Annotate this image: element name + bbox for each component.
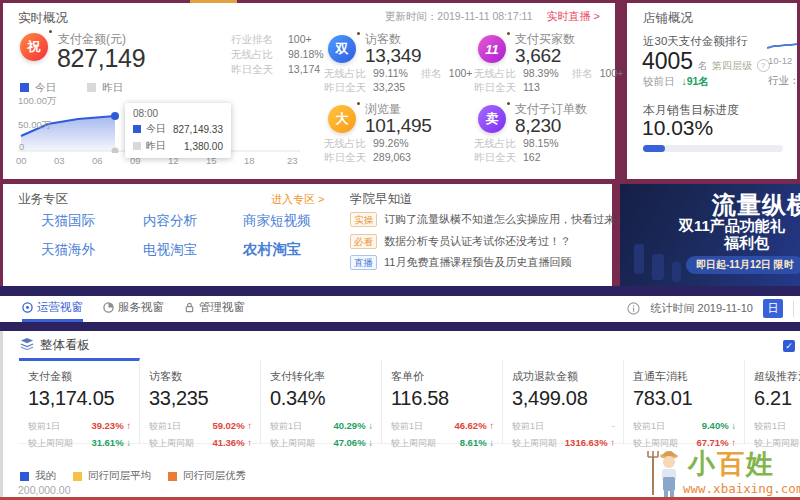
delta-value: 8.61% ↓ (460, 437, 494, 450)
card-title: 成功退款金额 (512, 369, 615, 384)
watermark-char: 姓 (746, 449, 775, 479)
tab-service-view[interactable]: 服务视窗 (103, 296, 164, 319)
today-swatch-icon (20, 83, 29, 92)
x-tick: 06 (92, 155, 103, 166)
academy-item-text: 数据分析专员认证考试你还没考过！？ (384, 234, 571, 249)
live-broadcast-link[interactable]: 实时直播 > (547, 9, 600, 24)
peer-excellent-swatch-icon (168, 472, 177, 481)
card-refund-amount[interactable]: 成功退款金额 3,499.08 较前1日- 较上周同期1316.63% ↑ (503, 358, 624, 444)
page-views-icon: 大 (328, 105, 356, 133)
lock-icon (184, 302, 195, 313)
delta-value: 46.62% ↑ (454, 420, 494, 433)
goal-value: 10.03% (642, 116, 713, 140)
card-pay-amount[interactable]: 支付金额 13,174.05 较前1日39.23% ↑ 较上周同期31.61% … (19, 358, 140, 444)
card-zhitongche-spend[interactable]: 直通车消耗 783.01 较前1日9.40% ↓ 较上周同期67.71% ↑ (624, 358, 745, 444)
pay-buyers-icon: 11 (478, 35, 506, 63)
stat-value: 33,235 (373, 81, 405, 95)
x-tick: 23 (287, 155, 298, 166)
card-avg-order-value[interactable]: 客单价 116.58 较前1日46.62% ↑ 较上周同期8.61% ↓ (382, 358, 503, 444)
legend-label: 同行同层优秀 (183, 469, 246, 483)
delta-label: 较前1日 (149, 420, 181, 433)
promo-banner[interactable]: 流量纵横 双11产品功能礼 福利包 即日起-11月12日 限时 (620, 184, 800, 286)
banner-subtitle2: 福利包 (724, 234, 769, 253)
delta-label: 较前1日 (754, 420, 786, 433)
goal-progress-bar (643, 145, 783, 152)
legend-yesterday-label: 昨日 (102, 81, 123, 93)
delta-label: 较上周同期 (28, 437, 73, 450)
delta-value: 31.61% ↓ (91, 437, 131, 450)
legend-peer-average[interactable]: 同行同层平均 (73, 469, 151, 483)
stat-row: 昨日全天 162 (474, 151, 541, 165)
legend-label: 同行同层平均 (88, 469, 151, 483)
badge-dot-icon (357, 32, 360, 35)
stat-value: 98.15% (523, 137, 559, 151)
card-visitors[interactable]: 访客数 33,235 较前1日59.02% ↑ 较上周同期41.36% ↑ (140, 358, 261, 444)
stat-row: 昨日全天 289,063 (324, 151, 411, 165)
stat-row: 昨日全天 113 (474, 81, 540, 95)
enter-zone-link[interactable]: 进入专区 > (271, 192, 324, 207)
stat-key: 昨日全天 (474, 151, 516, 165)
link-merchant-video[interactable]: 商家短视频 (243, 212, 311, 230)
tooltip-row: 昨日 1,380.00 (133, 139, 223, 153)
link-content-analysis[interactable]: 内容分析 (143, 212, 197, 230)
tab-operations-view[interactable]: 运营视窗 (22, 296, 83, 322)
stat-key: 排名 (421, 67, 442, 81)
stat-key: 无线占比 (324, 137, 366, 151)
board-legend: 我的 同行同层平均 同行同层优秀 (20, 469, 246, 483)
academy-item[interactable]: 实操 订购了流量纵横不知道怎么实操应用，快看过来！ (350, 212, 620, 227)
banner-date-pill: 即日起-11月12日 限时 (686, 256, 800, 274)
link-tmall-overseas[interactable]: 天猫海外 (41, 241, 95, 259)
frame-divider-top (615, 0, 627, 182)
card-value: 3,499.08 (512, 387, 615, 410)
card-value: 116.58 (391, 387, 494, 410)
link-tv-taobao[interactable]: 电视淘宝 (143, 241, 197, 259)
stat-value: 98.39% (523, 67, 559, 81)
day-granularity-button[interactable]: 日 (763, 299, 783, 318)
rank-mini-chart (767, 39, 797, 53)
stat-value: 99.11% (373, 67, 408, 81)
prev-day-label: 较前日 (643, 75, 675, 87)
today-swatch-icon (133, 125, 141, 133)
tab-management-view[interactable]: 管理视窗 (184, 296, 245, 319)
stat-value: 113 (523, 81, 540, 95)
pay-suborders-value: 8,230 (515, 115, 561, 137)
yesterday-swatch-icon (87, 83, 96, 92)
stat-time-label: 统计时间 2019-11-10 (650, 301, 753, 316)
academy-item[interactable]: 必看 数据分析专员认证考试你还没考过！？ (350, 234, 620, 249)
y-axis-zero-label: 0 (19, 141, 24, 152)
stat-row: 无线占比 98.15% (474, 137, 559, 151)
pay-amount-value: 827,149 (57, 44, 145, 73)
data-point-icon (111, 112, 119, 120)
stat-key: 无线占比 (474, 137, 516, 151)
rank-unit: 名 (698, 60, 708, 71)
rank-caption: 近30天支付金额排行 (643, 34, 748, 49)
card-conversion-rate[interactable]: 支付转化率 0.34% 较前1日40.29% ↓ 较上周同期47.06% ↓ (261, 358, 382, 444)
delta-label: 较前1日 (633, 420, 665, 433)
stat-value: 100+ (600, 67, 624, 81)
stat-key: 无线占比 (231, 48, 281, 62)
academy-item[interactable]: 直播 11月免费直播课程预告及历史直播回顾 (350, 255, 620, 270)
legend-mine[interactable]: 我的 (20, 469, 56, 483)
x-tick: 00 (16, 155, 27, 166)
legend-peer-excellent[interactable]: 同行同层优秀 (168, 469, 246, 483)
mini-chart-date: 10-12 (768, 55, 792, 66)
page-edge (0, 331, 3, 497)
business-zone-title: 业务专区 (18, 191, 68, 208)
yesterday-swatch-icon (133, 142, 141, 150)
link-tmall-global[interactable]: 天猫国际 (41, 212, 95, 230)
divider-bar (0, 322, 800, 331)
x-tick: 03 (54, 155, 65, 166)
gauge-icon (22, 302, 33, 313)
board-checkbox[interactable]: ✓ (783, 340, 795, 352)
x-tick: 18 (244, 155, 255, 166)
card-super-recommend-spend[interactable]: 超级推荐消耗 6.21 较前1日 较上周同期 (745, 358, 800, 444)
chart-legend[interactable]: 今日 昨日 (20, 81, 123, 95)
stat-value: 99.26% (373, 137, 409, 151)
info-icon[interactable] (627, 302, 640, 315)
visitors-value: 13,349 (365, 45, 421, 67)
bottom-axis-value: 200,000.00 (18, 484, 71, 496)
pay-buyers-value: 3,662 (515, 45, 561, 67)
visitors-icon-glyph: 双 (336, 40, 349, 58)
link-rural-taobao[interactable]: 农村淘宝 (243, 240, 301, 259)
academy-item-text: 11月免费直播课程预告及历史直播回顾 (384, 255, 571, 270)
